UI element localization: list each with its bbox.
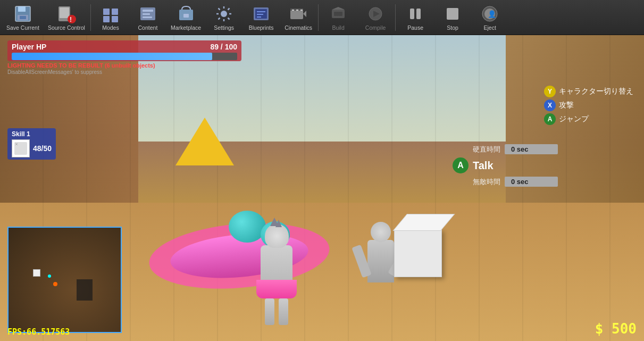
npc-character: [367, 240, 394, 282]
settings-button[interactable]: Settings: [205, 2, 242, 34]
yellow-triangle-1: [175, 118, 234, 165]
eject-button[interactable]: 👤 Eject: [471, 2, 508, 34]
cinematics-icon: [289, 4, 308, 23]
svg-rect-28: [296, 10, 298, 11]
separator-2: [318, 4, 319, 31]
compile-button[interactable]: Compile: [357, 2, 394, 34]
npc-head: [371, 222, 391, 242]
modes-button[interactable]: Modes: [92, 2, 129, 34]
settings-icon: [214, 4, 233, 23]
svg-rect-9: [112, 9, 118, 15]
svg-rect-27: [292, 10, 294, 11]
player-right-leg: [279, 298, 288, 325]
toolbar: Save Current ! Source Control Modes: [0, 0, 644, 35]
build-icon: [329, 4, 348, 23]
teal-orb-1: [229, 211, 266, 243]
blueprints-button[interactable]: Blueprints: [242, 2, 280, 34]
build-button[interactable]: Build: [320, 2, 357, 34]
svg-rect-3: [20, 16, 26, 19]
eject-icon: 👤: [480, 4, 499, 23]
pause-button[interactable]: Pause: [397, 2, 434, 34]
svg-rect-29: [300, 10, 303, 11]
save-current-icon: [13, 4, 32, 23]
npc-body: [367, 240, 394, 282]
svg-rect-5: [60, 7, 69, 18]
white-cube: [394, 229, 442, 277]
svg-rect-8: [103, 9, 110, 15]
svg-point-6: [68, 15, 76, 23]
svg-point-18: [221, 11, 227, 17]
marketplace-button[interactable]: Marketplace: [166, 2, 205, 34]
svg-rect-15: [143, 16, 152, 18]
svg-rect-37: [447, 8, 458, 20]
svg-marker-25: [303, 11, 306, 17]
player-legs: [265, 298, 288, 325]
player-left-leg: [265, 298, 274, 325]
svg-text:👤: 👤: [488, 10, 497, 19]
player-body: [261, 245, 292, 298]
svg-rect-35: [410, 9, 414, 19]
modes-icon: [101, 4, 120, 23]
stop-icon: [443, 4, 462, 23]
wood-grain: [0, 35, 644, 341]
svg-rect-13: [143, 10, 153, 12]
cinematics-button[interactable]: Cinematics: [280, 2, 317, 34]
svg-rect-1: [18, 6, 26, 12]
viewport[interactable]: Player HP 89 / 100 LIGHTING NEEDS TO BE …: [0, 35, 644, 341]
content-icon: [138, 4, 157, 23]
svg-rect-14: [143, 13, 150, 15]
player-skirt: [256, 280, 297, 298]
svg-rect-32: [334, 12, 342, 16]
stop-button[interactable]: Stop: [434, 2, 471, 34]
source-control-button[interactable]: ! Source Control: [44, 2, 89, 34]
svg-rect-17: [183, 14, 189, 18]
separator-3: [395, 4, 396, 31]
separator-1: [90, 4, 91, 31]
content-button[interactable]: Content: [129, 2, 166, 34]
compile-icon: [366, 4, 385, 23]
pause-icon: [406, 4, 425, 23]
svg-rect-11: [112, 16, 118, 22]
player-character: [261, 245, 292, 298]
svg-marker-31: [332, 7, 345, 10]
svg-text:!: !: [70, 16, 72, 23]
blueprints-icon: [252, 4, 271, 23]
save-current-button[interactable]: Save Current: [2, 2, 44, 34]
marketplace-icon: [177, 4, 196, 23]
source-control-icon: !: [57, 4, 76, 23]
svg-rect-10: [103, 16, 110, 22]
svg-rect-36: [416, 9, 421, 19]
player-head: [265, 224, 289, 248]
